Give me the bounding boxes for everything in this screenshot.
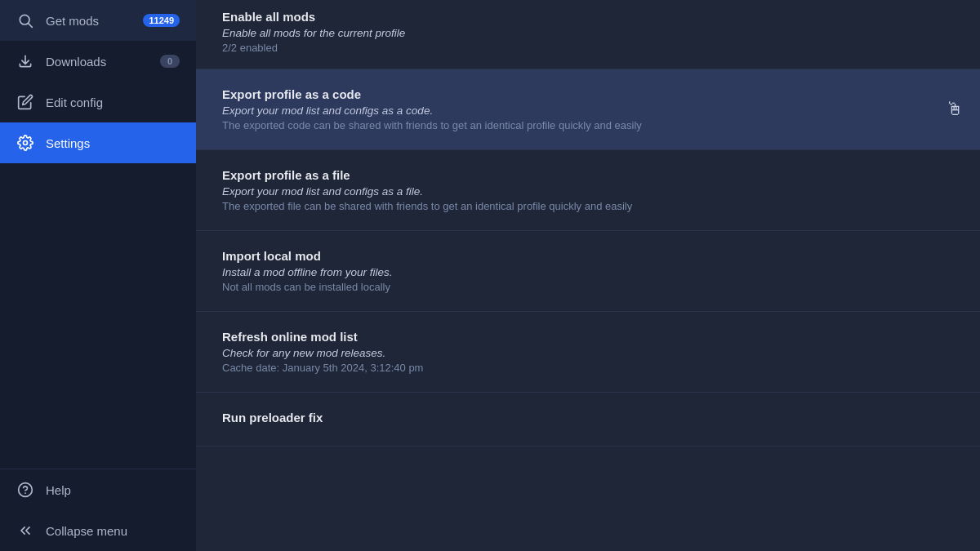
sidebar-item-label: Help (46, 483, 180, 497)
sidebar-item-settings[interactable]: Settings (0, 122, 196, 163)
export-file-subtitle: Export your mod list and configs as a fi… (222, 185, 954, 198)
settings-item-export-profile-file[interactable]: Export profile as a file Export your mod… (196, 150, 980, 231)
settings-item-export-profile-code[interactable]: Export profile as a code Export your mod… (196, 69, 980, 150)
settings-item-import-local-mod[interactable]: Import local mod Install a mod offline f… (196, 231, 980, 312)
sidebar-item-label: Edit config (46, 96, 180, 109)
settings-item-enable-all-mods[interactable]: Enable all mods Enable all mods for the … (196, 0, 980, 69)
export-code-title: Export profile as a code (222, 87, 954, 101)
downloads-badge: 0 (160, 55, 180, 68)
sidebar-item-label: Settings (46, 136, 180, 150)
enable-all-mods-title: Enable all mods (222, 10, 954, 24)
export-file-desc: The exported file can be shared with fri… (222, 200, 954, 212)
enable-all-mods-desc: 2/2 enabled (222, 42, 954, 54)
refresh-online-title: Refresh online mod list (222, 330, 954, 344)
sidebar-item-label: Collapse menu (46, 524, 180, 538)
enable-all-mods-subtitle: Enable all mods for the current profile (222, 27, 954, 39)
export-code-subtitle: Export your mod list and configs as a co… (222, 104, 954, 117)
sidebar-item-label: Get mods (46, 14, 131, 28)
collapse-icon (16, 522, 34, 540)
help-icon (16, 481, 34, 499)
preloader-fix-title: Run preloader fix (222, 411, 954, 424)
edit-icon (16, 93, 34, 111)
svg-line-1 (29, 24, 33, 28)
refresh-online-desc: Cache date: January 5th 2024, 3:12:40 pm (222, 362, 954, 374)
sidebar-item-collapse-menu[interactable]: Collapse menu (0, 510, 196, 551)
get-mods-badge: 11249 (143, 14, 180, 27)
sidebar-item-label: Downloads (46, 55, 149, 69)
settings-list: Enable all mods Enable all mods for the … (196, 0, 980, 447)
import-local-title: Import local mod (222, 249, 954, 263)
sidebar-bottom: Help Collapse menu (0, 469, 196, 551)
sidebar-item-edit-config[interactable]: Edit config (0, 82, 196, 122)
sidebar: Get mods 11249 Downloads 0 Edit config S… (0, 0, 196, 551)
sidebar-item-help[interactable]: Help (0, 469, 196, 510)
settings-item-run-preloader-fix[interactable]: Run preloader fix (196, 393, 980, 447)
main-content: Enable all mods Enable all mods for the … (196, 0, 980, 551)
search-icon (16, 11, 34, 29)
import-local-subtitle: Install a mod offline from your files. (222, 266, 954, 278)
sidebar-item-get-mods[interactable]: Get mods 11249 (0, 0, 196, 41)
refresh-online-subtitle: Check for any new mod releases. (222, 347, 954, 359)
export-file-title: Export profile as a file (222, 168, 954, 182)
svg-point-2 (24, 141, 28, 145)
gear-icon (16, 134, 34, 152)
import-local-desc: Not all mods can be installed locally (222, 281, 954, 293)
export-code-desc: The exported code can be shared with fri… (222, 119, 954, 131)
download-icon (16, 52, 34, 70)
sidebar-item-downloads[interactable]: Downloads 0 (0, 41, 196, 82)
settings-item-refresh-online[interactable]: Refresh online mod list Check for any ne… (196, 312, 980, 393)
